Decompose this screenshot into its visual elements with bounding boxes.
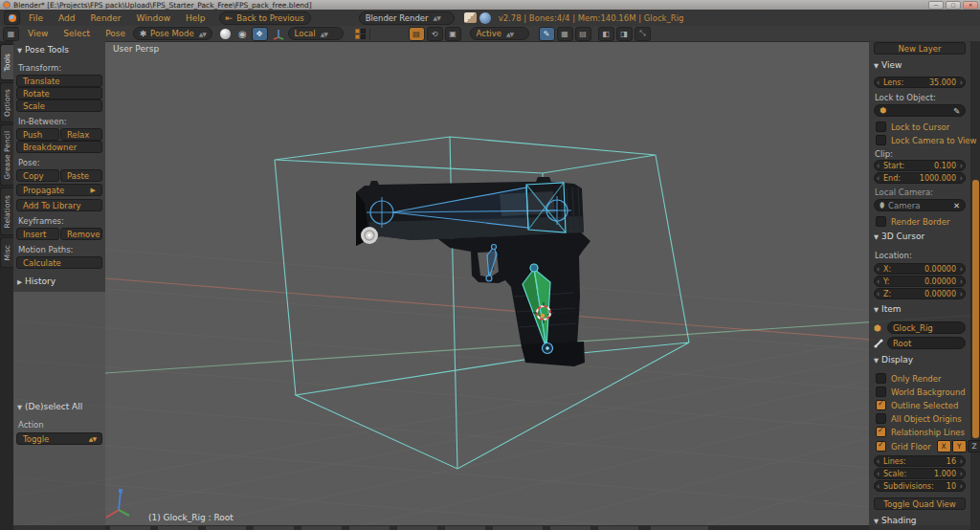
rotate-button[interactable]: Rotate [16,87,102,99]
calculate-button[interactable]: Calculate [16,256,102,269]
paste-pose-button[interactable]: Paste [60,169,102,182]
relax-button[interactable]: Relax [60,128,102,141]
outline-selected-checkbox[interactable]: Outline Selected [876,400,958,410]
tab-relations[interactable]: Relations [0,188,13,235]
item-panel-header[interactable]: ▼Item [874,304,902,314]
relationship-lines-checkbox[interactable]: Relationship Lines [876,427,965,437]
local-camera-field[interactable]: ⬮ Camera ✕ [874,199,966,211]
keying-set-dropdown[interactable]: Active▲▼ [470,27,529,40]
rotate-manipulator-icon[interactable]: ⟲ [427,27,443,41]
breakdowner-button[interactable]: Breakdowner [16,141,102,153]
action-dropdown[interactable]: Toggle▲▼ [16,432,102,445]
opengl-render-icon[interactable]: ▦ [557,27,573,41]
axis-tripod-icon[interactable] [272,28,285,40]
cursor-x-field[interactable]: ‹X:0.00000› [874,263,966,275]
remove-keyframe-button[interactable]: Remove [60,228,102,240]
info-header: File Add Render Window Help ⇤ Back to Pr… [0,10,980,27]
tab-options[interactable]: Options [0,82,13,122]
lock-camera-checkbox[interactable]: Lock Camera to View [876,135,977,145]
screen-layout-icon[interactable] [464,12,477,23]
toggle-quad-view-button[interactable]: Toggle Quad View [874,497,966,510]
world-background-checkbox[interactable]: World Background [876,386,966,397]
pivot-point-icon[interactable]: ◉ [238,29,247,39]
clear-x-icon[interactable]: ✕ [953,201,960,210]
lock-to-cursor-checkbox[interactable]: Lock to Cursor [876,121,949,132]
tab-misc[interactable]: Misc [0,237,13,268]
menu-help[interactable]: Help [186,13,206,23]
bone-name-field[interactable]: Root [887,337,966,349]
object-cube-icon: ⬢ [880,106,886,115]
insert-keyframe-button[interactable]: Insert [16,228,59,240]
only-render-checkbox[interactable]: Only Render [876,373,941,384]
lock-object-field[interactable]: ⬢ ✎ [874,104,966,117]
push-button[interactable]: Push [16,128,59,141]
pose-tools-panel-header[interactable]: ▼Pose Tools [17,45,69,55]
display-panel-header[interactable]: ▼Display [874,355,913,364]
menu-view[interactable]: View [28,29,48,38]
menu-add[interactable]: Add [58,13,75,23]
scene-sphere-icon[interactable] [479,12,491,24]
grid-floor-checkbox[interactable]: Grid Floor X Y Z [876,440,980,453]
all-object-origins-checkbox[interactable]: All Object Origins [876,413,962,424]
editor-type-info-icon[interactable] [4,11,20,25]
manipulator-translate-icon[interactable]: ✥ [252,27,268,41]
opengl-anim-icon[interactable]: ▤ [575,27,591,41]
clip-start-field[interactable]: ‹Start:0.100› [874,160,966,171]
cursor-z-field[interactable]: ‹Z:0.00000› [874,288,966,299]
minimize-button[interactable]: — [928,1,944,10]
copy-pose-icon[interactable]: ◧ [598,27,614,41]
copy-pose-button[interactable]: Copy [16,169,59,182]
menu-pose[interactable]: Pose [105,29,125,38]
armature-object-icon: ⬢ [874,323,881,333]
tab-grease-pencil[interactable]: Grease Pencil [0,124,13,186]
editor-type-3dview-icon[interactable]: ▦ [3,27,19,41]
render-engine-dropdown[interactable]: Blender Render▲▼ [359,11,455,25]
view-panel-header[interactable]: ▼View [874,60,902,70]
grid-lines-field[interactable]: ‹Lines:16› [874,455,966,467]
grid-axis-y-toggle[interactable]: Y [952,440,967,453]
add-to-library-button[interactable]: Add To Library [16,199,102,211]
eyedropper-icon[interactable]: ✎ [953,106,960,116]
clip-end-field[interactable]: ‹End:1000.000› [874,172,966,184]
close-button[interactable]: ✕ [963,1,978,10]
redo-panel-header[interactable]: ▼(De)select All [17,402,82,411]
lens-field[interactable]: ‹Lens:35.000› [874,77,966,88]
window-titlebar[interactable]: Blender* [E:\Projects\FPS pack\Upload\FP… [0,0,980,10]
paste-pose-icon[interactable]: ◨ [616,27,633,41]
menu-file[interactable]: File [29,13,43,23]
orientation-dropdown[interactable]: Local▲▼ [288,27,344,40]
back-arrow-icon: ⇤ [226,13,234,23]
object-name-field[interactable]: Glock_Rig [887,321,966,334]
armature-layers-widget[interactable] [355,29,366,39]
submenu-arrow-icon: ▶ [91,187,96,194]
cursor-y-field[interactable]: ‹Y:0.00000› [874,276,966,287]
brush-icon[interactable]: ✎ [539,27,555,41]
grid-scale-field[interactable]: ‹Scale:1.000› [874,468,966,479]
mode-dropdown[interactable]: ✻ Pose Mode▲▼ [133,27,212,40]
translate-button[interactable]: Translate [16,75,102,87]
grid-axis-x-toggle[interactable]: X [937,440,951,453]
cursor3d-panel-header[interactable]: ▼3D Cursor [874,232,924,241]
history-panel-header[interactable]: ▶History [17,276,56,286]
render-preview-icon[interactable]: ▣ [445,27,461,41]
viewport-3d[interactable] [0,0,980,530]
scale-button[interactable]: Scale [16,99,102,112]
grid-subdivisions-field[interactable]: ‹Subdivisions:10› [874,480,966,492]
back-to-previous-button[interactable]: ⇤ Back to Previous [219,11,311,25]
propagate-button[interactable]: Propagate▶ [16,184,102,196]
shading-panel-header[interactable]: ▼Shading [874,516,917,525]
grid-axis-z-toggle[interactable]: Z [968,440,980,453]
viewport-shading-icon[interactable] [220,29,231,39]
window-title: Blender* [E:\Projects\FPS pack\Upload\FP… [13,1,312,10]
tab-tools[interactable]: Tools [0,44,13,80]
menu-select[interactable]: Select [63,29,90,38]
new-layer-button[interactable]: New Layer [874,42,966,55]
maximize-button[interactable]: □ [946,1,961,10]
pose-label: Pose: [18,158,40,167]
menu-render[interactable]: Render [91,13,122,23]
properties-scrollbar-thumb[interactable] [972,180,979,438]
render-border-checkbox[interactable]: Render Border [876,216,949,227]
paste-flipped-pose-icon[interactable]: ⤡ [635,27,651,41]
menu-window[interactable]: Window [137,13,171,23]
snap-clipboard-icon[interactable]: ▤ [409,27,425,41]
